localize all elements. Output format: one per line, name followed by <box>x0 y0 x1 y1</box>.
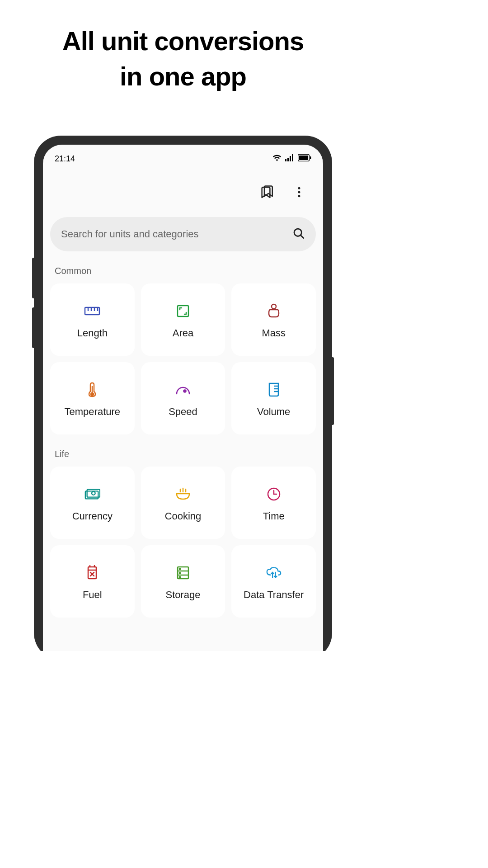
cloud-transfer-icon <box>266 565 282 581</box>
tile-label: Cooking <box>165 510 202 522</box>
grid-life: Currency Cooking Time <box>43 467 323 618</box>
search-icon[interactable] <box>292 227 305 241</box>
thermometer-icon <box>84 382 100 398</box>
tile-fuel[interactable]: Fuel <box>50 545 135 618</box>
svg-point-19 <box>91 393 94 396</box>
battery-icon <box>298 154 311 163</box>
tile-speed[interactable]: Speed <box>141 362 225 434</box>
svg-point-7 <box>298 187 300 189</box>
clock-icon <box>266 486 282 502</box>
tile-storage[interactable]: Storage <box>141 545 225 618</box>
gauge-icon <box>175 382 191 398</box>
search-bar[interactable] <box>50 217 316 251</box>
tile-data-transfer[interactable]: Data Transfer <box>231 545 316 618</box>
tile-volume[interactable]: Volume <box>231 362 316 434</box>
more-vert-icon[interactable] <box>291 184 307 200</box>
tile-time[interactable]: Time <box>231 467 316 539</box>
svg-rect-5 <box>299 156 308 160</box>
status-time: 21:14 <box>55 154 75 164</box>
tile-label: Volume <box>257 406 290 418</box>
tile-temperature[interactable]: Temperature <box>50 362 135 434</box>
search-input[interactable] <box>61 228 292 240</box>
tile-label: Storage <box>165 589 200 601</box>
svg-rect-2 <box>290 156 291 161</box>
phone-mockup: 21:14 <box>34 136 332 651</box>
svg-rect-34 <box>88 567 96 579</box>
svg-point-42 <box>179 572 181 574</box>
grid-common: Length Area Mass <box>43 283 323 434</box>
bowl-icon <box>175 486 191 502</box>
svg-rect-0 <box>285 159 286 161</box>
headline-line-1: All unit conversions <box>0 24 366 59</box>
tile-label: Fuel <box>83 589 102 601</box>
svg-rect-3 <box>292 154 293 161</box>
svg-line-11 <box>300 235 303 238</box>
headline-line-2: in one app <box>0 59 366 94</box>
tile-label: Data Transfer <box>244 589 304 601</box>
svg-point-18 <box>272 304 276 309</box>
ruler-icon <box>84 303 100 319</box>
svg-point-41 <box>179 568 181 570</box>
tile-cooking[interactable]: Cooking <box>141 467 225 539</box>
money-icon <box>84 486 100 502</box>
area-icon <box>175 303 191 319</box>
svg-point-8 <box>298 191 300 193</box>
promo-headline: All unit conversions in one app <box>0 0 366 94</box>
tile-area[interactable]: Area <box>141 283 225 356</box>
tile-label: Speed <box>169 406 197 418</box>
tile-label: Time <box>263 510 285 522</box>
tile-label: Area <box>173 327 193 339</box>
section-title-life: Life <box>43 434 323 467</box>
status-bar: 21:14 <box>43 145 323 166</box>
cellular-icon <box>285 154 294 163</box>
tile-label: Currency <box>72 510 113 522</box>
bookmarks-icon[interactable] <box>260 184 275 200</box>
tile-label: Length <box>77 327 108 339</box>
svg-point-27 <box>92 491 95 495</box>
svg-rect-17 <box>178 306 188 316</box>
tile-mass[interactable]: Mass <box>231 283 316 356</box>
storage-icon <box>175 565 191 581</box>
svg-rect-6 <box>310 156 311 159</box>
svg-point-43 <box>179 576 181 578</box>
app-bar <box>43 166 323 204</box>
svg-rect-1 <box>287 158 289 161</box>
fuel-icon <box>84 565 100 581</box>
tile-label: Mass <box>262 327 286 339</box>
svg-point-21 <box>183 390 186 392</box>
beaker-icon <box>266 382 282 398</box>
tile-currency[interactable]: Currency <box>50 467 135 539</box>
wifi-icon <box>272 154 282 163</box>
section-title-common: Common <box>43 251 323 283</box>
tile-length[interactable]: Length <box>50 283 135 356</box>
weight-icon <box>266 303 282 319</box>
tile-label: Temperature <box>65 406 121 418</box>
svg-point-9 <box>298 195 300 197</box>
